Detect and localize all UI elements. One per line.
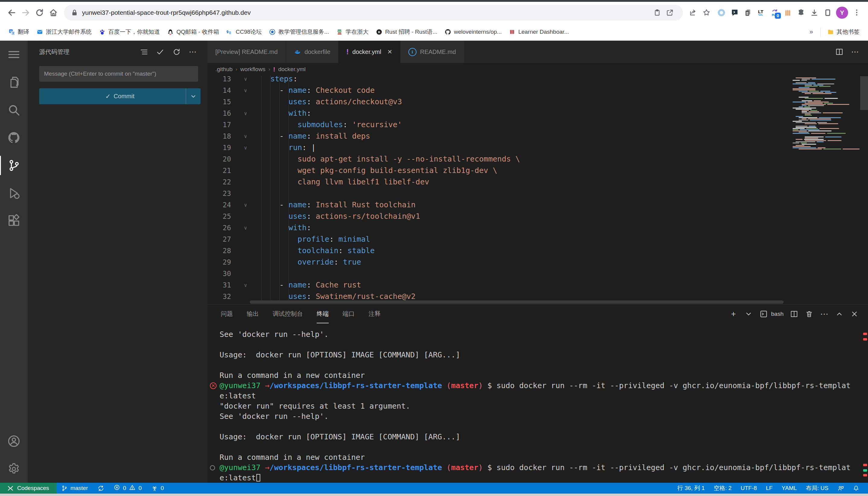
terminal-line[interactable]: "docker run" requires at least 1 argumen… <box>220 401 868 411</box>
terminal[interactable]: See 'docker run --help'.Usage: docker ru… <box>208 323 868 483</box>
chat-extension-icon[interactable] <box>728 6 741 19</box>
fold-icon[interactable]: ∨ <box>239 130 252 142</box>
tab-dockerfile[interactable]: dockerfile <box>286 41 339 63</box>
tab-readme.md[interactable]: iREADME.md <box>401 41 464 63</box>
split-editor-icon[interactable] <box>834 48 844 56</box>
status-encoding[interactable]: UTF-8 <box>736 483 762 494</box>
code-line[interactable]: 16∨ with: <box>208 108 868 119</box>
more-actions-icon[interactable]: ⋯ <box>187 46 198 58</box>
code-line[interactable]: 18∨ - name: install deps <box>208 130 868 142</box>
open-in-new-icon[interactable] <box>663 9 676 17</box>
code-line[interactable]: 27 profile: minimal <box>208 234 868 245</box>
kill-terminal-icon[interactable] <box>805 310 814 318</box>
fold-icon[interactable]: ∨ <box>239 199 252 211</box>
reading-list-icon[interactable] <box>821 6 834 19</box>
code-line[interactable]: 24∨ - name: Install Rust toolchain <box>208 199 868 211</box>
home-icon[interactable] <box>46 6 60 19</box>
terminal-line[interactable]: e:latest <box>220 473 868 483</box>
panel-tab-问题[interactable]: 问题 <box>221 305 233 323</box>
status-keyboard-layout[interactable]: 布局: US <box>801 483 833 494</box>
sync-extension-icon[interactable]: 0 <box>768 6 781 19</box>
fold-icon[interactable]: ∨ <box>239 85 252 96</box>
browser-menu-icon[interactable] <box>850 6 863 19</box>
status-indentation[interactable]: 空格: 2 <box>709 483 736 494</box>
panel-tab-端口[interactable]: 端口 <box>343 305 355 323</box>
code-line[interactable]: 17 submodules: 'recursive' <box>208 119 868 130</box>
commit-check-icon[interactable] <box>154 46 166 58</box>
terminal-line[interactable]: Usage: docker run [OPTIONS] IMAGE [COMMA… <box>220 432 868 442</box>
terminal-line[interactable]: ✕@yunwei37 →/workspaces/libbpf-rs-starte… <box>220 381 868 391</box>
bookmark-item[interactable]: 浙江大学邮件系统 <box>33 26 95 38</box>
terminal-line[interactable] <box>220 340 868 350</box>
bookmark-item[interactable]: QQ邮箱 - 收件箱 <box>163 26 223 38</box>
terminal-line[interactable] <box>220 442 868 452</box>
bookmark-item[interactable]: Learner Dashboar... <box>505 27 572 37</box>
code-editor[interactable]: 13∨ steps:14∨ - name: Checkout code15 us… <box>208 76 868 304</box>
bookmark-item[interactable]: 98CC98论坛 <box>223 26 265 38</box>
maximize-panel-icon[interactable] <box>835 310 844 318</box>
new-terminal-icon[interactable]: + <box>729 311 738 317</box>
close-icon[interactable]: ✕ <box>387 48 392 56</box>
status-branch[interactable]: master <box>56 483 93 494</box>
bookmark-star-icon[interactable] <box>700 6 713 19</box>
panel-more-icon[interactable]: ⋯ <box>820 311 829 317</box>
activity-explorer[interactable] <box>0 68 28 96</box>
terminal-line[interactable]: @yunwei37 →/workspaces/libbpf-rs-starter… <box>220 463 868 473</box>
breadcrumb-item[interactable]: docker.yml <box>278 66 305 73</box>
terminal-line[interactable] <box>220 360 868 370</box>
panel-tab-输出[interactable]: 输出 <box>247 305 259 323</box>
terminal-dropdown-icon[interactable] <box>744 310 753 318</box>
code-line[interactable]: 28 toolchain: stable <box>208 245 868 257</box>
commit-message-input[interactable] <box>39 66 198 82</box>
terminal-line[interactable]: e:latest <box>220 391 868 401</box>
languagetool-icon[interactable]: LT <box>754 6 768 19</box>
close-panel-icon[interactable] <box>850 310 859 318</box>
commit-button[interactable]: ✓ Commit <box>39 88 200 104</box>
code-line[interactable]: 26∨ with: <box>208 222 868 234</box>
status-language-mode[interactable]: YAML <box>777 483 801 494</box>
code-line[interactable]: 21 wget pkg-config build-essential zlib1… <box>208 165 868 176</box>
activity-source-control[interactable] <box>0 152 28 179</box>
terminal-line[interactable]: Usage: docker run [OPTIONS] IMAGE [COMMA… <box>220 350 868 360</box>
forward-icon[interactable] <box>19 6 33 19</box>
bookmark-item[interactable]: G文翻译 <box>5 26 33 38</box>
code-line[interactable]: 20 sudo apt-get install -y --no-install-… <box>208 153 868 165</box>
status-problems[interactable]: 00 <box>109 483 147 494</box>
status-sync[interactable] <box>93 483 109 494</box>
fold-icon[interactable]: ∨ <box>239 142 252 153</box>
terminal-line[interactable] <box>220 422 868 432</box>
status-eol[interactable]: LF <box>762 483 777 494</box>
status-cursor-position[interactable]: 行 36, 列 1 <box>673 483 709 494</box>
breadcrumb-item[interactable]: workflows <box>240 66 265 73</box>
code-line[interactable]: 25 uses: actions-rs/toolchain@v1 <box>208 211 868 222</box>
terminal-line[interactable]: See 'docker run --help'. <box>220 411 868 422</box>
address-bar[interactable]: yunwei37-potential-space-trout-rpr5qwj66… <box>64 5 683 20</box>
status-notifications[interactable] <box>848 483 864 494</box>
activity-extensions[interactable] <box>0 207 28 235</box>
breadcrumb[interactable]: .github›workflows›!docker.yml <box>208 63 868 76</box>
code-line[interactable]: 22 clang llvm libelf1 libelf-dev <box>208 176 868 188</box>
reload-icon[interactable] <box>33 6 46 19</box>
bookmarks-overflow-icon[interactable]: » <box>805 28 817 36</box>
view-as-list-icon[interactable] <box>138 46 150 58</box>
back-icon[interactable] <box>5 6 19 19</box>
highlighter-extension-icon[interactable] <box>781 6 794 19</box>
code-line[interactable]: 14∨ - name: Checkout code <box>208 85 868 96</box>
activity-github[interactable] <box>0 124 28 152</box>
downloads-icon[interactable] <box>808 6 821 19</box>
fold-icon[interactable]: ∨ <box>239 279 252 291</box>
bookmark-item[interactable]: 学在浙大 <box>333 26 372 38</box>
refresh-icon[interactable] <box>171 46 182 58</box>
code-line[interactable]: 31∨ - name: Cache rust <box>208 279 868 291</box>
tab-docker.yml[interactable]: !docker.yml✕ <box>339 41 400 63</box>
code-line[interactable]: 29 override: true <box>208 257 868 268</box>
code-line[interactable]: 15 uses: actions/checkout@v3 <box>208 96 868 108</box>
bookmark-item[interactable]: 教学管理信息服务... <box>265 26 333 38</box>
activity-run-debug[interactable] <box>0 179 28 207</box>
code-line[interactable]: 30 <box>208 268 868 279</box>
fold-icon[interactable]: ∨ <box>239 76 252 85</box>
minimap[interactable] <box>791 76 859 151</box>
code-line[interactable]: 13∨ steps: <box>208 76 868 85</box>
editor-hscrollbar[interactable] <box>250 300 783 304</box>
panel-tab-注释[interactable]: 注释 <box>369 305 380 323</box>
